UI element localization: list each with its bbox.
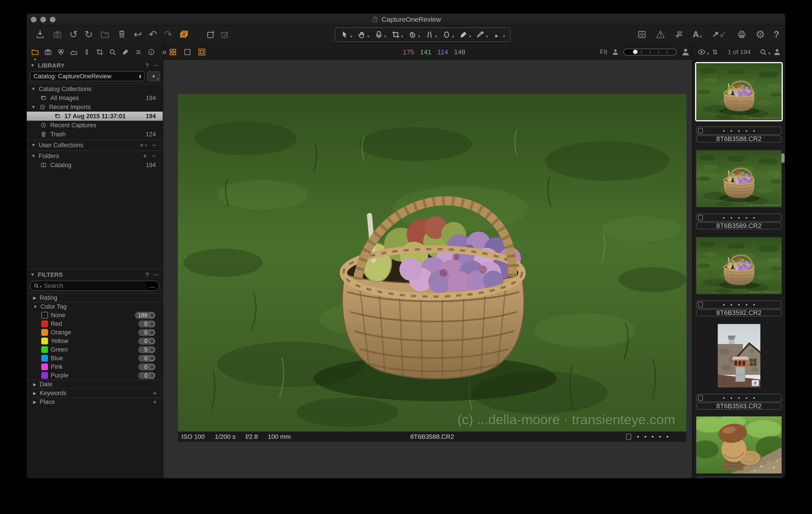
count-toggle[interactable]: 5: [138, 346, 155, 353]
annotations-icon[interactable]: A▾: [693, 30, 702, 39]
count-toggle[interactable]: 0: [138, 321, 155, 327]
tree-item-recent-captures[interactable]: Recent Captures: [27, 121, 163, 130]
tab-exposure[interactable]: [69, 43, 78, 60]
export-folder-icon[interactable]: [100, 29, 110, 40]
thumbnail-filename[interactable]: 8T6B3588.CR2: [696, 135, 782, 143]
tab-lens[interactable]: [82, 43, 91, 60]
browser-zoom-icon[interactable]: ▾: [759, 48, 770, 56]
search-options-button[interactable]: …: [146, 282, 158, 290]
thumbnail[interactable]: ≡: [696, 324, 782, 387]
rating-dots[interactable]: •••••: [697, 302, 781, 307]
panel-menu-icon[interactable]: ⋯: [153, 62, 160, 69]
count-toggle[interactable]: 0: [138, 329, 155, 336]
redo-icon[interactable]: ↷: [164, 29, 172, 39]
capture-camera-icon[interactable]: [52, 29, 62, 40]
undo-icon[interactable]: ↶: [149, 29, 157, 39]
tree-item-catalog-collections[interactable]: ▼ Catalog Collections: [27, 85, 163, 93]
import-icon[interactable]: [35, 29, 45, 40]
tabs-overflow-icon[interactable]: »: [160, 43, 169, 60]
browser-person-icon[interactable]: [773, 48, 782, 57]
edit-selected-icon[interactable]: [220, 29, 230, 40]
browser-filmstrip[interactable]: ••••• 8T6B3588.CR2 ••••• 8T6B3589.CR2: [692, 60, 785, 478]
draw-mask-tool[interactable]: ▾: [459, 30, 471, 39]
thumbnail-filename[interactable]: 8T6B3589.CR2: [696, 222, 782, 230]
zoom-out-person-icon[interactable]: [611, 48, 619, 56]
filter-section-color-tag[interactable]: ▼ Color Tag: [27, 302, 163, 311]
grid-overlay-icon[interactable]: [674, 29, 684, 40]
crop-tool[interactable]: ▾: [391, 30, 403, 39]
browser-item[interactable]: ••••• 8T6B3589.CR2: [693, 150, 785, 230]
sort-icon[interactable]: [711, 48, 719, 56]
rotate-left-icon[interactable]: ↺: [69, 29, 78, 39]
add-keyword-button[interactable]: +: [153, 390, 157, 397]
tree-item-recent-imports[interactable]: ▼ Recent Imports: [27, 102, 163, 112]
title-bar[interactable]: CaptureOneReview: [27, 13, 785, 26]
disclosure-icon[interactable]: ▼: [31, 87, 35, 91]
view-multi-icon[interactable]: [197, 48, 206, 57]
browser-item[interactable]: ••••• 8T6B3592.CR2: [693, 237, 785, 316]
straighten-tool[interactable]: ▾: [408, 30, 420, 39]
zoom-fit-label[interactable]: Fit: [600, 48, 607, 56]
filter-section-keywords[interactable]: ▶ Keywords +: [27, 389, 163, 397]
view-single-icon[interactable]: [183, 48, 192, 57]
color-tag-purple[interactable]: Purple 0: [27, 371, 163, 380]
thumbnail-filename[interactable]: 8T6B3592.CR2: [696, 309, 782, 316]
thumbnail[interactable]: [696, 150, 782, 207]
browser-item[interactable]: ••••• 8T6B3588.CR2: [693, 63, 785, 143]
thumbnail-rating-row[interactable]: •••••: [696, 300, 782, 309]
filters-header[interactable]: ▼ FILTERS ? ⋯: [27, 269, 163, 279]
tab-capture[interactable]: [44, 43, 53, 60]
filmstrip-scrollbar[interactable]: [781, 153, 785, 163]
add-place-button[interactable]: +: [153, 398, 157, 406]
thumbnail-rating-row[interactable]: •••••: [696, 394, 782, 402]
tree-item-import-session[interactable]: 17 Aug 2015 11:37:01 194: [27, 112, 163, 121]
add-collection-button[interactable]: +: [140, 141, 144, 149]
browser-item[interactable]: ≡ ••••• 8T6B3593.CR2: [693, 324, 785, 410]
new-album-icon[interactable]: [206, 29, 216, 40]
viewer-layout-icon[interactable]: [637, 29, 647, 40]
thumbnail[interactable]: [696, 416, 782, 474]
count-toggle[interactable]: 189: [135, 312, 155, 319]
tab-composition[interactable]: [95, 43, 104, 60]
color-tag-red[interactable]: Red 0: [27, 320, 163, 328]
color-tag-blue[interactable]: Blue 0: [27, 354, 163, 363]
thumbnail-rating-row[interactable]: •••••: [696, 214, 782, 222]
tab-info[interactable]: [147, 43, 156, 60]
trash-icon[interactable]: [117, 29, 127, 40]
tree-item-all-images[interactable]: All Images 194: [27, 93, 163, 102]
search-field[interactable]: ▾ …: [30, 280, 160, 291]
thumbnail-rating-row[interactable]: •••••: [696, 477, 782, 478]
color-tag-green[interactable]: Green 5: [27, 345, 163, 354]
spot-removal-tool[interactable]: ▾: [442, 30, 454, 39]
disclosure-icon[interactable]: ▶: [33, 382, 36, 387]
rating-dots[interactable]: •••••: [637, 434, 674, 440]
main-photo[interactable]: [178, 94, 687, 431]
tree-item-catalog-folder[interactable]: Catalog 194: [27, 160, 163, 170]
disclosure-icon[interactable]: ▼: [33, 304, 37, 309]
filter-section-rating[interactable]: ▶ Rating: [27, 293, 163, 302]
dropdown-icon[interactable]: ▾: [40, 284, 42, 289]
tab-library[interactable]: [31, 43, 40, 60]
thumbnail-rating-row[interactable]: •••••: [696, 127, 782, 135]
library-header[interactable]: ▼ LIBRARY ? ⋯: [27, 60, 163, 69]
disclosure-icon[interactable]: ▶: [33, 295, 36, 300]
tree-item-folders[interactable]: ▼ Folders + −: [27, 151, 163, 160]
exposure-warning-icon[interactable]: ⚠: [656, 29, 665, 40]
color-tag-orange[interactable]: Orange 0: [27, 328, 163, 337]
disclosure-icon[interactable]: ▶: [33, 399, 36, 405]
settings-gear-icon[interactable]: ⚙: [756, 29, 765, 40]
panel-menu-icon[interactable]: ⋯: [153, 271, 160, 278]
disclosure-icon[interactable]: ▼: [31, 143, 35, 148]
remove-collection-button[interactable]: −: [152, 141, 156, 149]
count-toggle[interactable]: 0: [138, 372, 155, 379]
zoom-in-person-icon[interactable]: [680, 47, 691, 57]
add-catalog-button[interactable]: +▾: [147, 71, 160, 81]
color-tag-pink[interactable]: Pink 0: [27, 363, 163, 371]
tab-details[interactable]: [108, 43, 117, 60]
disclosure-icon[interactable]: ▼: [31, 104, 35, 110]
tree-item-trash[interactable]: Trash 124: [27, 130, 163, 139]
browser-toggle-icon[interactable]: [179, 29, 190, 40]
thumbnail-filename[interactable]: 8T6B3593.CR2: [696, 402, 782, 410]
select-tool[interactable]: ▾: [340, 30, 352, 39]
count-toggle[interactable]: 0: [138, 355, 155, 362]
